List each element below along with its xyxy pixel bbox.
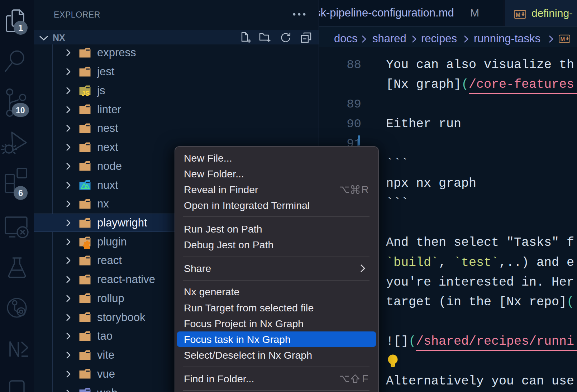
svg-text:M: M	[516, 11, 521, 18]
svg-text:JS: JS	[81, 90, 90, 97]
svg-text:M: M	[560, 36, 565, 42]
